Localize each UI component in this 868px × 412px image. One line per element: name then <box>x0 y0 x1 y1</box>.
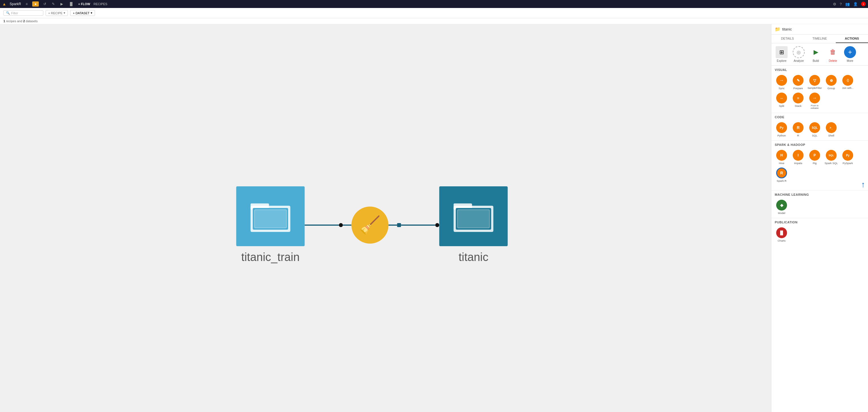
visual-section-header: VISUAL <box>771 66 868 73</box>
arrow-container: ↑ <box>771 180 868 189</box>
info-text-2: datasets <box>26 20 38 23</box>
line-left <box>305 225 339 226</box>
icon-stack[interactable]: ≡ Stack <box>790 92 806 110</box>
icon-sql[interactable]: SQL SQL <box>807 121 823 138</box>
right-panel: 📁 titanic DETAILS TIMELINE ACTIONS ⊞ Exp… <box>771 24 868 412</box>
visual-grid: → Sync ✎ Prepare ▽ Sample/Filter ⊕ Group… <box>771 73 868 113</box>
settings-icon[interactable]: ⚙ <box>833 2 836 6</box>
broom-icon: 🧹 <box>359 215 381 235</box>
tab-actions[interactable]: ACTIONS <box>836 34 868 43</box>
icon-pig[interactable]: P Pig <box>807 149 823 166</box>
icon-spark-sql[interactable]: SQL Spark SQL <box>823 149 839 166</box>
flow-container: titanic_train 🧹 <box>236 186 507 264</box>
dataset-box-titanic[interactable] <box>439 186 507 246</box>
logo-icon: ▲ <box>2 2 6 6</box>
recipe-node[interactable]: 🧹 <box>351 207 389 244</box>
action-build[interactable]: ▶ Build <box>808 46 824 62</box>
delete-label: Delete <box>829 59 837 62</box>
menu-icon[interactable]: ≡ <box>25 2 29 6</box>
recipe-circle[interactable]: 🧹 <box>351 207 389 244</box>
filter-placeholder: Filter <box>11 11 18 15</box>
more-label: More <box>847 59 854 62</box>
icon-python[interactable]: Py Python <box>774 121 789 138</box>
top-nav: ▲ SparkR ≡ ● ↺ ✎ ▶ ▐▌ + FLOW RECIPES ⚙ ?… <box>0 0 868 8</box>
icon-prepare[interactable]: ✎ Prepare <box>790 74 806 91</box>
dataset-box-train[interactable] <box>236 186 305 246</box>
folder-svg-train <box>250 201 290 232</box>
panel-tabs: DETAILS TIMELINE ACTIONS <box>771 34 868 43</box>
code-section-header: CODE <box>771 113 868 120</box>
spark-section-header: SPARK & HADOOP <box>771 140 868 147</box>
icon-push[interactable]: → Push to editable <box>807 92 823 110</box>
users-icon[interactable]: 👥 <box>845 2 850 6</box>
highlight-arrow: ↑ <box>861 180 865 189</box>
panel-header: 📁 titanic <box>771 24 868 34</box>
add-dataset-button[interactable]: + DATASET ▾ <box>70 10 95 16</box>
analyze-label: Analyze <box>794 59 804 62</box>
build-label: Build <box>813 59 819 62</box>
dot-right <box>435 223 439 227</box>
icon-hive[interactable]: H Hive <box>774 149 789 166</box>
info-text-1: recipes and <box>6 20 23 23</box>
code-grid: Py Python R R SQL SQL >_ Shell <box>771 120 868 140</box>
line-left2 <box>343 225 351 226</box>
pub-grid: ▐▌ Charts <box>771 225 868 246</box>
connector-right <box>389 223 439 227</box>
folder-svg-titanic <box>454 201 493 232</box>
explore-label: Explore <box>777 59 786 62</box>
notification-badge[interactable]: 1 <box>861 2 866 6</box>
icon-split[interactable]: ↔ Split <box>774 92 789 110</box>
panel-folder-icon: 📁 <box>775 27 780 32</box>
search-box[interactable]: 🔍 Filter <box>3 10 43 16</box>
toolbar: 🔍 Filter + RECIPE ▾ + DATASET ▾ <box>0 8 868 18</box>
svg-rect-7 <box>457 210 489 228</box>
play-icon[interactable]: ▶ <box>59 2 64 6</box>
refresh-icon[interactable]: ↺ <box>42 2 47 6</box>
icon-group[interactable]: ⊕ Group <box>823 74 839 91</box>
search-icon: 🔍 <box>6 11 10 15</box>
chart-icon[interactable]: ▐▌ <box>68 2 75 6</box>
action-delete[interactable]: 🗑 Delete <box>825 46 841 62</box>
ml-section-header: MACHINE LEARNING <box>771 190 868 198</box>
panel-title: titanic <box>782 27 792 31</box>
dataset-node-titanic[interactable]: titanic <box>439 186 507 264</box>
action-explore[interactable]: ⊞ Explore <box>774 46 789 62</box>
icon-r[interactable]: R R <box>790 121 806 138</box>
recipes-link[interactable]: RECIPES <box>94 2 107 6</box>
action-analyze[interactable]: ◎ Analyze <box>791 46 807 62</box>
add-recipe-button[interactable]: + RECIPE ▾ <box>45 10 68 16</box>
svg-rect-3 <box>254 210 286 228</box>
line-right2 <box>401 225 435 226</box>
active-tab-icon[interactable]: ● <box>32 1 39 6</box>
app-name: SparkR <box>10 2 21 6</box>
edit-icon[interactable]: ✎ <box>51 2 56 6</box>
pub-section-header: PUBLICATION <box>771 218 868 225</box>
ml-grid: ◆ Model <box>771 198 868 218</box>
icon-charts[interactable]: ▐▌ Charts <box>774 226 789 243</box>
connector-rect <box>397 223 401 227</box>
flow-canvas: titanic_train 🧹 <box>0 24 771 412</box>
action-more[interactable]: + More <box>842 46 858 62</box>
icon-impala[interactable]: I Impala <box>790 149 806 166</box>
help-icon[interactable]: ? <box>840 2 842 6</box>
icon-pyspark[interactable]: Py PySpark <box>840 149 856 166</box>
dot-left <box>339 223 343 227</box>
profile-icon[interactable]: 👤 <box>853 2 858 6</box>
line-right1 <box>389 225 397 226</box>
icon-sync[interactable]: → Sync <box>774 74 789 91</box>
icon-sample-filter[interactable]: ▽ Sample/Filter <box>807 74 823 91</box>
icon-join[interactable]: ⟨⟩ Join with... <box>840 74 856 91</box>
connector-left <box>305 223 351 227</box>
dataset-count: 2 <box>23 20 25 23</box>
icon-model[interactable]: ◆ Model <box>774 199 789 216</box>
recipe-count: 1 <box>3 20 5 23</box>
dataset-node-train[interactable]: titanic_train <box>236 186 305 264</box>
tab-timeline[interactable]: TIMELINE <box>804 34 836 43</box>
main-layout: titanic_train 🧹 <box>0 24 868 412</box>
flow-link[interactable]: + FLOW <box>78 2 90 6</box>
icon-shell[interactable]: >_ Shell <box>823 121 839 138</box>
train-label: titanic_train <box>241 251 300 264</box>
titanic-label: titanic <box>459 251 489 264</box>
tab-details[interactable]: DETAILS <box>771 34 804 43</box>
top-actions: ⊞ Explore ◎ Analyze ▶ Build 🗑 De <box>771 43 868 66</box>
